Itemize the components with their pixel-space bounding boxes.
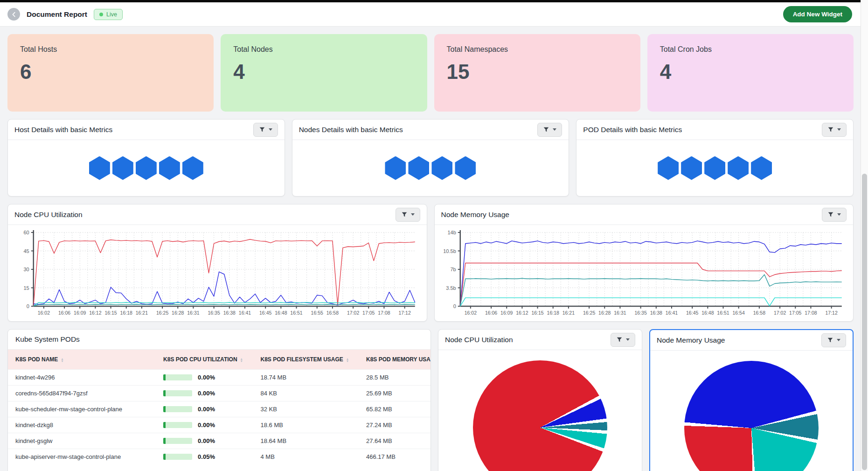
stat-card-label: Total Namespaces <box>447 45 628 54</box>
table-column-header[interactable]: K8S POD NAME▲▼ <box>8 350 156 370</box>
hexagon-node-icon[interactable] <box>431 156 452 180</box>
hexagon-node-icon[interactable] <box>408 156 429 180</box>
pod-memory-cell: 27.64 MB <box>359 433 431 449</box>
filter-dropdown-button[interactable] <box>253 123 278 137</box>
filter-dropdown-button[interactable] <box>396 208 420 222</box>
svg-text:16:48: 16:48 <box>701 310 714 316</box>
svg-text:10.5b: 10.5b <box>443 248 456 254</box>
svg-text:17:02: 17:02 <box>773 310 785 316</box>
app-header: Document Report Live Add New Widget <box>0 2 868 27</box>
sort-arrows-icon[interactable]: ▲▼ <box>61 358 63 362</box>
hexagon-node-icon[interactable] <box>136 156 157 180</box>
table-column-header[interactable]: K8S POD CPU UTILIZATION▲▼ <box>156 350 253 370</box>
svg-text:16:38: 16:38 <box>223 310 236 316</box>
stat-card-label: Total Hosts <box>20 45 201 54</box>
pod-table-row: kube-scheduler-mw-stage-control-plane0.0… <box>8 401 431 417</box>
page-scrollbar[interactable] <box>861 0 868 471</box>
table-column-header[interactable]: K8S POD MEMORY USAGE▲▼ <box>359 350 431 370</box>
svg-text:16:31: 16:31 <box>187 310 199 316</box>
cpu-progress-bar <box>163 406 192 412</box>
hexagon-node-icon[interactable] <box>182 156 203 180</box>
sort-arrows-icon[interactable]: ▲▼ <box>346 358 349 362</box>
filter-dropdown-button[interactable] <box>822 208 847 222</box>
chevron-down-icon <box>411 213 415 216</box>
svg-text:16:45: 16:45 <box>259 310 271 316</box>
svg-text:16:38: 16:38 <box>650 310 662 316</box>
live-badge: Live <box>94 9 123 20</box>
panel-pod-details: POD Details with basic Metrics <box>576 119 854 197</box>
line-chart-svg: 03.5b7b10.5b14b16:0216:0616:0916:1216:15… <box>437 227 849 320</box>
filter-dropdown-button[interactable] <box>821 333 846 347</box>
svg-text:16:21: 16:21 <box>562 310 574 316</box>
hexagon-node-icon[interactable] <box>704 156 725 180</box>
scrollbar-thumb[interactable] <box>862 174 867 470</box>
pod-memory-cell: 25.69 MB <box>359 386 431 401</box>
cpu-percentage-label: 0.00% <box>198 390 215 397</box>
svg-text:17:12: 17:12 <box>399 310 411 316</box>
chevron-down-icon <box>269 128 272 131</box>
svg-text:16:58: 16:58 <box>326 310 339 316</box>
kube-system-pods-table: K8S POD NAME▲▼K8S POD CPU UTILIZATION▲▼K… <box>8 350 431 464</box>
svg-text:16:35: 16:35 <box>634 310 646 316</box>
details-panels-row: Host Details with basic Metrics Nodes De… <box>7 119 854 197</box>
svg-text:16:55: 16:55 <box>311 310 323 316</box>
svg-text:16:41: 16:41 <box>239 310 251 316</box>
hexagon-node-icon[interactable] <box>658 156 679 180</box>
filter-dropdown-button[interactable] <box>822 123 847 137</box>
stat-card-value: 4 <box>660 60 841 84</box>
svg-text:30: 30 <box>24 267 29 272</box>
svg-text:3.5b: 3.5b <box>446 285 456 291</box>
stat-card-total-namespaces: Total Namespaces 15 <box>434 34 640 112</box>
pod-memory-cell: 466.17 MB <box>359 449 431 465</box>
cpu-pie-chart <box>473 360 607 471</box>
svg-text:16:12: 16:12 <box>516 310 528 316</box>
svg-text:16:06: 16:06 <box>58 310 70 316</box>
pod-table-row: kindnet-gsglw0.00%18.64 MB27.64 MB <box>8 433 431 449</box>
table-header-row: K8S POD NAME▲▼K8S POD CPU UTILIZATION▲▼K… <box>8 350 431 370</box>
line-charts-row: Node CPU Utilization 01530456016:0216:06… <box>7 204 854 322</box>
filter-dropdown-button[interactable] <box>611 333 635 347</box>
chevron-down-icon <box>837 339 840 341</box>
svg-text:17:05: 17:05 <box>362 310 375 316</box>
hexagon-node-icon[interactable] <box>751 156 772 180</box>
cpu-progress-bar <box>163 374 192 380</box>
pod-cpu-cell: 0.00% <box>156 370 253 386</box>
svg-text:16:15: 16:15 <box>104 310 117 316</box>
svg-text:16:09: 16:09 <box>500 310 513 316</box>
cpu-percentage-label: 0.00% <box>198 422 215 429</box>
add-new-widget-button[interactable]: Add New Widget <box>783 6 852 22</box>
svg-text:16:48: 16:48 <box>275 310 287 316</box>
svg-text:16:45: 16:45 <box>686 310 698 316</box>
hexagon-node-icon[interactable] <box>455 156 476 180</box>
svg-text:16:28: 16:28 <box>598 310 611 316</box>
pod-cpu-cell: 0.05% <box>156 449 253 465</box>
panel-nodes-details: Nodes Details with basic Metrics <box>292 119 569 197</box>
hexagon-node-icon[interactable] <box>681 156 702 180</box>
stat-card-total-nodes: Total Nodes 4 <box>221 34 427 112</box>
pod-table-row: kindnet-dzkg80.00%18.6 MB27.24 MB <box>8 417 431 433</box>
svg-text:17:08: 17:08 <box>805 310 817 316</box>
back-button[interactable] <box>7 8 20 21</box>
pod-filesystem-cell: 4 MB <box>253 449 359 465</box>
stat-card-value: 4 <box>233 60 414 84</box>
chevron-down-icon <box>553 128 556 131</box>
column-header-label: K8S POD FILESYSTEM USAGE <box>260 356 343 363</box>
filter-funnel-icon <box>543 127 549 133</box>
panel-node-cpu-utilization-pie: Node CPU Utilization <box>438 329 642 471</box>
sort-arrows-icon[interactable]: ▲▼ <box>240 358 243 362</box>
live-dot-icon <box>99 13 103 16</box>
svg-text:16:54: 16:54 <box>732 310 744 316</box>
pod-name-cell: coredns-565d847f94-7gzsf <box>8 386 156 401</box>
panel-title: Node Memory Usage <box>657 336 725 344</box>
panel-title: Node CPU Utilization <box>14 211 83 219</box>
hexagon-node-icon[interactable] <box>159 156 180 180</box>
hexagon-node-icon[interactable] <box>385 156 406 180</box>
table-column-header[interactable]: K8S POD FILESYSTEM USAGE▲▼ <box>253 350 359 370</box>
chevron-down-icon <box>626 338 630 341</box>
hexagon-node-icon[interactable] <box>728 156 749 180</box>
hexagon-node-icon[interactable] <box>112 156 133 180</box>
hexagon-node-icon[interactable] <box>89 156 110 180</box>
svg-text:16:02: 16:02 <box>38 310 50 316</box>
filter-dropdown-button[interactable] <box>537 123 562 137</box>
chevron-down-icon <box>837 128 841 131</box>
